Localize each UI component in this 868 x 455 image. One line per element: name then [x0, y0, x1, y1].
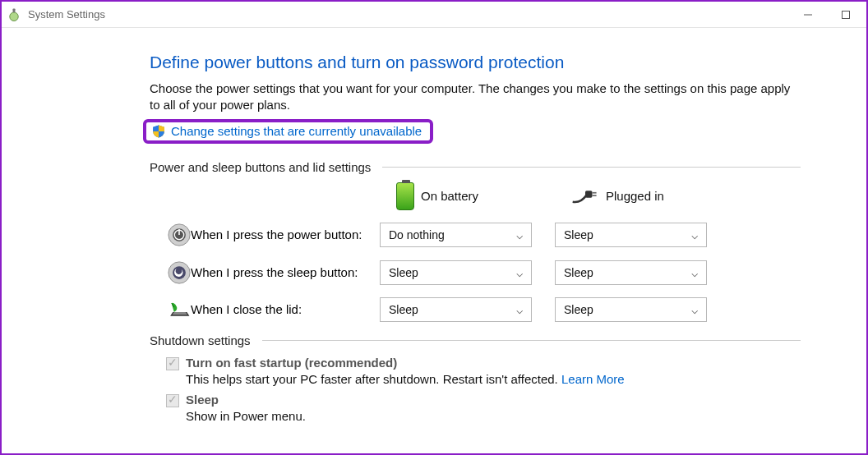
- app-icon: [7, 7, 21, 22]
- sleep-button-icon: [168, 260, 191, 286]
- chevron-down-icon: ⌵: [516, 228, 523, 241]
- checkbox-label: Turn on fast startup (recommended): [186, 356, 397, 370]
- window-title: System Settings: [28, 8, 789, 21]
- close-lid-battery-select[interactable]: Sleep ⌵: [380, 297, 532, 322]
- fast-startup-item: Turn on fast startup (recommended): [166, 356, 801, 370]
- power-button-plugged-select[interactable]: Sleep ⌵: [555, 223, 707, 247]
- section-power-buttons-header: Power and sleep buttons and lid settings: [150, 160, 801, 174]
- row-label: When I press the power button:: [191, 228, 380, 241]
- svg-point-0: [10, 12, 19, 21]
- sleep-button-plugged-select[interactable]: Sleep ⌵: [555, 260, 707, 285]
- fast-startup-checkbox[interactable]: [166, 357, 179, 370]
- select-value: Sleep: [564, 228, 593, 241]
- row-label: When I close the lid:: [191, 302, 380, 316]
- maximize-button[interactable]: [827, 3, 865, 26]
- power-button-battery-select[interactable]: Do nothing ⌵: [380, 223, 532, 247]
- page-description: Choose the power settings that you want …: [150, 80, 801, 114]
- select-value: Sleep: [389, 266, 418, 279]
- shield-icon: [151, 124, 166, 139]
- uac-link-highlight: Change settings that are currently unava…: [143, 119, 433, 144]
- col-label-battery: On battery: [421, 189, 478, 203]
- section-label: Power and sleep buttons and lid settings: [150, 160, 382, 174]
- learn-more-link[interactable]: Learn More: [561, 372, 625, 386]
- divider: [262, 340, 801, 341]
- select-value: Sleep: [564, 266, 593, 279]
- power-button-icon: [168, 222, 191, 248]
- chevron-down-icon: ⌵: [516, 303, 523, 316]
- col-label-plugged: Plugged in: [606, 189, 664, 203]
- fast-startup-desc: This helps start your PC faster after sh…: [186, 372, 801, 386]
- row-close-lid: When I close the lid: Sleep ⌵ Sleep ⌵: [150, 297, 801, 322]
- window-controls: [789, 3, 865, 26]
- svg-rect-1: [13, 8, 16, 12]
- titlebar: System Settings: [2, 2, 866, 28]
- close-lid-plugged-select[interactable]: Sleep ⌵: [555, 297, 707, 322]
- checkbox-label: Sleep: [186, 393, 219, 407]
- sleep-desc: Show in Power menu.: [186, 409, 801, 423]
- column-headers: On battery Plugged in: [396, 182, 801, 210]
- sleep-checkbox[interactable]: [166, 394, 179, 407]
- battery-icon: [396, 182, 414, 210]
- select-value: Sleep: [564, 303, 593, 316]
- change-settings-link[interactable]: Change settings that are currently unava…: [171, 124, 422, 138]
- chevron-down-icon: ⌵: [691, 303, 698, 316]
- row-label: When I press the sleep button:: [191, 265, 380, 279]
- desc-text: Show in Power menu.: [186, 409, 306, 423]
- chevron-down-icon: ⌵: [516, 266, 523, 279]
- row-sleep-button: When I press the sleep button: Sleep ⌵ S…: [150, 260, 801, 286]
- page-content: Define power buttons and turn on passwor…: [2, 28, 866, 423]
- select-value: Sleep: [389, 303, 418, 316]
- shutdown-settings-list: Turn on fast startup (recommended) This …: [150, 356, 801, 423]
- col-on-battery: On battery: [396, 182, 548, 210]
- chevron-down-icon: ⌵: [691, 228, 698, 241]
- row-power-button: When I press the power button: Do nothin…: [150, 222, 801, 248]
- divider: [382, 167, 801, 168]
- svg-rect-4: [585, 191, 593, 198]
- laptop-lid-icon: [168, 299, 191, 320]
- section-shutdown-header: Shutdown settings: [150, 333, 801, 347]
- sleep-item: Sleep: [166, 393, 801, 407]
- minimize-button[interactable]: [789, 3, 827, 26]
- desc-text: This helps start your PC faster after sh…: [186, 372, 561, 386]
- col-plugged-in: Plugged in: [571, 182, 723, 210]
- page-title: Define power buttons and turn on passwor…: [150, 53, 801, 72]
- sleep-button-battery-select[interactable]: Sleep ⌵: [380, 260, 532, 285]
- chevron-down-icon: ⌵: [691, 266, 698, 279]
- svg-rect-3: [843, 11, 850, 18]
- plug-icon: [571, 187, 599, 205]
- section-label: Shutdown settings: [150, 333, 262, 347]
- select-value: Do nothing: [389, 228, 445, 241]
